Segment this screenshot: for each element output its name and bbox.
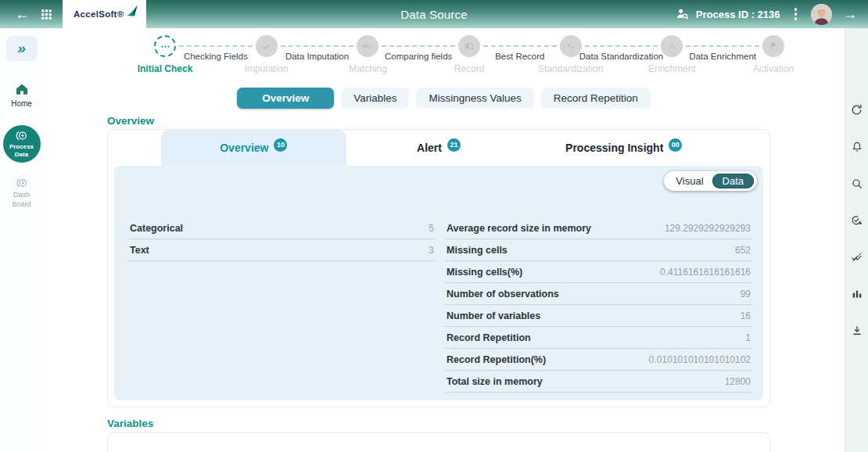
sidebar-item-process-data[interactable]: Process Data: [3, 125, 41, 163]
task-complete-add-icon[interactable]: [850, 213, 863, 227]
stepper-step-label: Imputation: [245, 63, 289, 74]
expand-sidebar-chevrons-icon[interactable]: »: [6, 36, 38, 61]
app-window: ← AccelSoft® Data Source: [0, 0, 868, 452]
card-tab-overview-badge: 10: [274, 138, 287, 152]
stepper-connector-line: [585, 45, 658, 47]
sidebar-item-home[interactable]: Home: [11, 81, 32, 108]
row-value: 1: [745, 332, 751, 343]
tab-variables[interactable]: Variables: [341, 88, 409, 109]
stepper-connector-line: [179, 45, 253, 47]
search-icon[interactable]: [850, 177, 863, 190]
right-toolbar: [845, 28, 868, 452]
stepper-step-enrichment[interactable]: Enrichment: [661, 35, 683, 57]
stepper-step-initial-check[interactable]: Initial Check: [154, 35, 176, 57]
row-value: 0.010101010101010102: [649, 354, 751, 365]
stepper-step-label: Matching: [349, 63, 387, 74]
back-arrow-icon[interactable]: ←: [13, 6, 31, 23]
stepper-connector-line: [483, 45, 557, 47]
notifications-bell-icon[interactable]: [850, 140, 863, 153]
sidebar-item-dashboard-label: Dash Board: [9, 191, 35, 209]
table-row: Record Repetition(%) 0.01010101010101010…: [445, 349, 752, 371]
tab-overview[interactable]: Overview: [237, 88, 334, 109]
refresh-icon[interactable]: [850, 103, 863, 117]
card-tab-overview[interactable]: Overview 10: [161, 130, 346, 166]
stepper-connector-line: [281, 45, 354, 47]
tab-record-repetition[interactable]: Record Repetition: [541, 88, 651, 109]
rec-icon[interactable]: REC: [357, 35, 378, 57]
visual-data-toggle: Visual Data: [664, 171, 757, 191]
dots-progress-icon[interactable]: [154, 35, 176, 57]
card-tab-overview-label: Overview: [220, 142, 268, 154]
sidebar-item-home-label: Home: [11, 99, 32, 108]
brand-swoosh-icon: [126, 5, 138, 17]
sidebar-item-process-data-label: Process Data: [9, 143, 35, 159]
toggle-option-visual[interactable]: Visual: [669, 174, 710, 188]
row-label: Number of variables: [447, 310, 540, 321]
row-label: Categorical: [130, 223, 183, 234]
stepper-connector-label: Checking Fields: [184, 52, 248, 61]
header-right-cluster: Process ID : 2136 →: [676, 4, 868, 25]
brand-logo: AccelSoft®: [63, 0, 146, 28]
stepper-step-matching[interactable]: REC Matching: [357, 35, 378, 57]
stepper-step-imputation[interactable]: Imputation: [256, 35, 278, 57]
row-label: Missing cells: [447, 245, 508, 256]
dashboard-icon: [16, 177, 28, 189]
row-value: 129.2929292929293: [665, 223, 751, 234]
card-image-icon[interactable]: [458, 35, 480, 57]
table-row: Number of observations 99: [445, 283, 752, 305]
forward-arrow-icon[interactable]: →: [843, 6, 857, 23]
stepper-step-label: Record: [454, 63, 485, 74]
list-check-icon[interactable]: [560, 35, 582, 57]
datasource-tabs: Overview Variables Missingness Values Re…: [43, 88, 845, 109]
stepper-connector-label: Data Standardization: [579, 52, 663, 61]
download-icon[interactable]: [850, 324, 863, 337]
person-search-icon: [676, 7, 690, 21]
stepper-step-label: Standardization: [538, 63, 603, 74]
table-row: Missing cells(%) 0.4116161616161616: [445, 261, 752, 283]
overview-tables: Categorical 5 Text 3 Average record size…: [114, 166, 763, 393]
user-avatar[interactable]: [811, 4, 832, 25]
card-tab-alert[interactable]: Alert 21: [346, 130, 532, 166]
stepper-connector: Checking Fields: [176, 35, 256, 57]
left-sidebar: » Home Process Data: [0, 28, 43, 452]
brand-logo-text: AccelSoft®: [74, 9, 124, 19]
row-label: Missing cells(%): [447, 267, 522, 278]
table-row: Total size in memory 12800: [445, 371, 752, 393]
stepper-connector-label: Data Imputation: [285, 52, 349, 61]
tab-missingness-values[interactable]: Missingness Values: [416, 88, 533, 109]
type-counts-table: Categorical 5 Text 3: [128, 217, 436, 393]
process-data-icon: [15, 129, 28, 142]
card-tab-alert-label: Alert: [417, 142, 442, 154]
flag-icon[interactable]: [762, 35, 784, 57]
card-tab-processing-insight[interactable]: Processing Insight 00: [531, 130, 716, 166]
main-content: Initial Check Checking Fields Imputation…: [43, 28, 845, 452]
more-options-kebab-icon[interactable]: [791, 6, 801, 22]
toggle-option-data[interactable]: Data: [712, 174, 754, 188]
apps-grid-icon[interactable]: [36, 9, 56, 20]
clear-checks-icon[interactable]: [850, 250, 863, 264]
stepper-connector: Data Imputation: [278, 35, 357, 57]
stepper-connector: Data Standardization: [582, 35, 662, 57]
stats-table: Average record size in memory 129.292929…: [445, 217, 752, 393]
stepper-connector-label: Data Enrichment: [689, 52, 756, 61]
process-id-button[interactable]: Process ID : 2136: [676, 7, 780, 21]
sidebar-item-dashboard[interactable]: Dash Board: [9, 177, 35, 209]
row-label: Text: [130, 245, 149, 256]
row-label: Record Repetition: [447, 332, 531, 343]
row-value: 12800: [725, 376, 751, 387]
check-icon[interactable]: [256, 35, 278, 57]
stepper-step-standardization[interactable]: Standardization: [560, 35, 582, 57]
stepper-step-label: Initial Check: [138, 63, 193, 74]
card-tab-processing-insight-label: Processing Insight: [565, 142, 663, 154]
stepper-connector-label: Comparing fields: [385, 52, 452, 61]
bar-chart-icon[interactable]: [850, 287, 863, 300]
stepper-step-record[interactable]: Record: [458, 35, 480, 57]
stepper-step-activation[interactable]: Activation: [762, 35, 784, 57]
scatter-dots-icon[interactable]: [661, 35, 683, 57]
table-row: Missing cells 652: [445, 239, 752, 261]
row-label: Total size in memory: [447, 376, 543, 387]
stepper-connector: Data Enrichment: [683, 35, 762, 57]
stepper-step-label: Activation: [753, 63, 794, 74]
row-label: Record Repetition(%): [447, 354, 546, 365]
stepper-step-label: Enrichment: [648, 63, 696, 74]
